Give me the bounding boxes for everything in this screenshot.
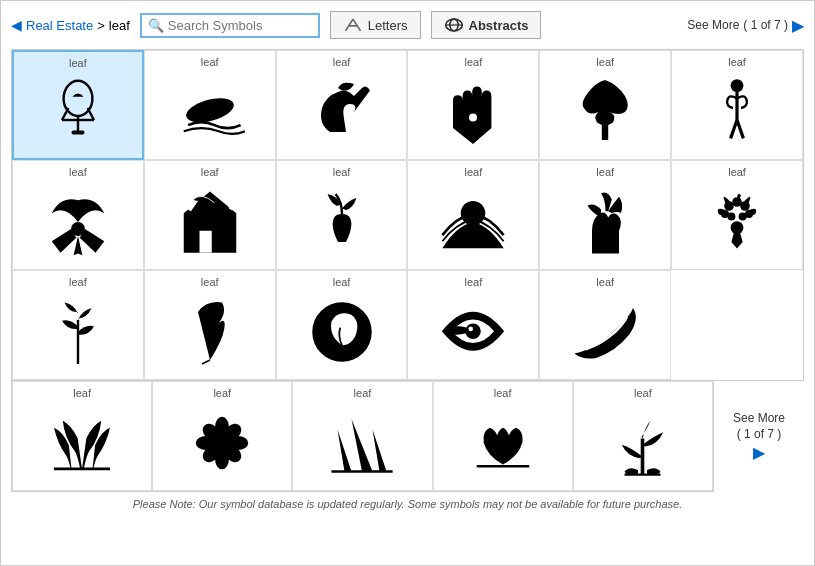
cell-11-icon	[544, 182, 666, 261]
cell-6-label: leaf	[728, 56, 746, 68]
cell-23-icon	[578, 403, 708, 482]
cell-4-icon	[412, 72, 534, 151]
svg-point-13	[469, 113, 477, 121]
svg-rect-17	[199, 230, 211, 252]
footer-note: Please Note: Our symbol database is upda…	[11, 498, 804, 510]
cell-10-label: leaf	[465, 166, 483, 178]
symbol-cell-20[interactable]: leaf	[152, 381, 292, 491]
symbol-cell-6[interactable]: leaf	[671, 50, 803, 160]
see-more-top-label: See More	[687, 18, 739, 32]
cell-7-icon	[17, 182, 139, 261]
top-bar: ◀ Real Estate > leaf 🔍 Letters Abstracts	[11, 11, 804, 39]
cell-17-icon	[544, 292, 666, 371]
cell-19-icon	[17, 403, 147, 482]
main-container: ◀ Real Estate > leaf 🔍 Letters Abstracts	[0, 0, 815, 566]
cell-14-label: leaf	[201, 276, 219, 288]
svg-point-22	[740, 201, 750, 211]
cell-8-icon	[149, 182, 271, 261]
cell-20-label: leaf	[213, 387, 231, 399]
svg-line-28	[202, 360, 210, 364]
cell-1-label: leaf	[69, 57, 87, 69]
cell-5-icon	[544, 72, 666, 151]
cell-6-icon	[676, 72, 798, 151]
main-grid: leaf leaf	[11, 49, 804, 381]
svg-point-25	[727, 212, 735, 220]
symbol-cell-16[interactable]: leaf	[407, 270, 539, 380]
cell-16-label: leaf	[465, 276, 483, 288]
breadcrumb-current: leaf	[109, 18, 130, 33]
cell-10-icon	[412, 182, 534, 261]
symbol-cell-3[interactable]: leaf	[276, 50, 408, 160]
letters-button[interactable]: Letters	[330, 11, 421, 39]
cell-19-label: leaf	[73, 387, 91, 399]
see-more-side: See More ( 1 of 7 ) ▶	[714, 381, 804, 492]
cell-13-label: leaf	[69, 276, 87, 288]
symbol-cell-19[interactable]: leaf	[12, 381, 152, 491]
cell-16-icon	[412, 292, 534, 371]
breadcrumb-separator: >	[97, 18, 105, 33]
cell-1-icon	[18, 73, 138, 150]
cell-15-icon	[281, 292, 403, 371]
symbol-cell-14[interactable]: leaf	[144, 270, 276, 380]
cell-9-label: leaf	[333, 166, 351, 178]
search-box: 🔍	[140, 13, 320, 38]
cell-2-icon	[149, 72, 271, 151]
cell-2-label: leaf	[201, 56, 219, 68]
abstracts-button[interactable]: Abstracts	[431, 11, 542, 39]
symbol-cell-10[interactable]: leaf	[407, 160, 539, 270]
symbol-cell-21[interactable]: leaf	[292, 381, 432, 491]
letters-label: Letters	[368, 18, 408, 33]
symbol-cell-11[interactable]: leaf	[539, 160, 671, 270]
cell-15-label: leaf	[333, 276, 351, 288]
see-more-side-page: ( 1 of 7 )	[737, 427, 782, 441]
abstracts-icon	[444, 17, 464, 33]
see-more-top: See More ( 1 of 7 ) ▶	[687, 16, 804, 35]
cell-4-label: leaf	[465, 56, 483, 68]
breadcrumb-parent[interactable]: Real Estate	[26, 18, 93, 33]
letters-icon	[343, 17, 363, 33]
see-more-side-arrow[interactable]: ▶	[753, 443, 765, 462]
cell-14-icon	[149, 292, 271, 371]
cell-11-label: leaf	[596, 166, 614, 178]
svg-rect-11	[72, 130, 85, 134]
symbol-cell-7[interactable]: leaf	[12, 160, 144, 270]
symbol-cell-1[interactable]: leaf	[12, 50, 144, 160]
cell-7-label: leaf	[69, 166, 87, 178]
cell-3-icon	[281, 72, 403, 151]
see-more-top-arrow[interactable]: ▶	[792, 16, 804, 35]
cell-3-label: leaf	[333, 56, 351, 68]
cell-22-icon	[438, 403, 568, 482]
see-more-side-label: See More	[733, 411, 785, 425]
cell-21-icon	[297, 403, 427, 482]
svg-line-8	[88, 108, 94, 120]
search-input[interactable]	[168, 18, 298, 33]
symbol-cell-15[interactable]: leaf	[276, 270, 408, 380]
symbol-cell-4[interactable]: leaf	[407, 50, 539, 160]
svg-point-12	[183, 93, 236, 126]
svg-line-7	[62, 108, 68, 120]
symbol-cell-13[interactable]: leaf	[12, 270, 144, 380]
symbol-cell-8[interactable]: leaf	[144, 160, 276, 270]
symbol-cell-12[interactable]: leaf	[671, 160, 803, 270]
svg-point-26	[739, 212, 747, 220]
cell-23-label: leaf	[634, 387, 652, 399]
see-more-top-page: ( 1 of 7 )	[743, 18, 788, 32]
cell-12-label: leaf	[728, 166, 746, 178]
search-icon: 🔍	[148, 18, 164, 33]
symbol-cell-17[interactable]: leaf	[539, 270, 671, 380]
cell-21-label: leaf	[354, 387, 372, 399]
symbol-cell-9[interactable]: leaf	[276, 160, 408, 270]
symbol-cell-5[interactable]: leaf	[539, 50, 671, 160]
cell-22-label: leaf	[494, 387, 512, 399]
symbol-cell-22[interactable]: leaf	[433, 381, 573, 491]
row-4-wrap: leaf leaf	[11, 381, 804, 492]
cell-17-label: leaf	[596, 276, 614, 288]
symbol-cell-23[interactable]: leaf	[573, 381, 713, 491]
breadcrumb-back-arrow[interactable]: ◀	[11, 17, 22, 33]
cell-8-label: leaf	[201, 166, 219, 178]
cell-13-icon	[17, 292, 139, 371]
grid-wrapper: leaf leaf	[11, 49, 804, 492]
symbol-cell-2[interactable]: leaf	[144, 50, 276, 160]
cell-12-icon	[676, 182, 798, 261]
row-4-grid: leaf leaf	[11, 381, 714, 492]
